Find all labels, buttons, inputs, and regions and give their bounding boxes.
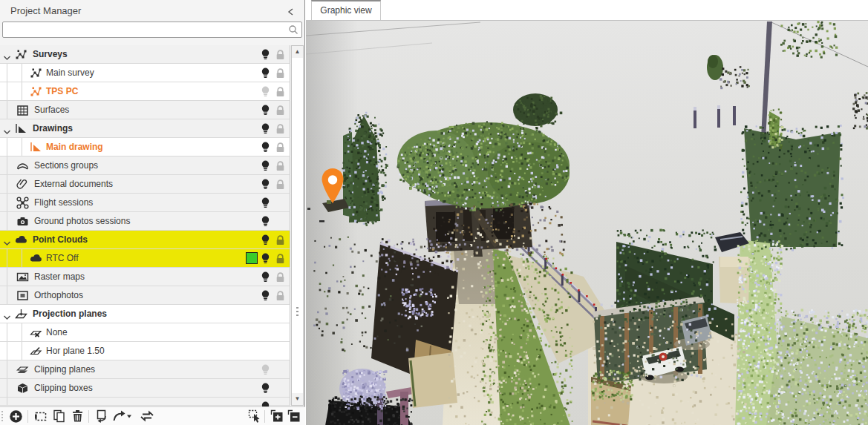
pick-selection-button[interactable]: [248, 409, 262, 425]
visibility-bulb-icon[interactable]: [261, 105, 270, 119]
tree-item-label: External documents: [34, 179, 113, 189]
plane-pencil-icon: [30, 345, 42, 360]
refresh-loop-icon: [140, 412, 154, 425]
paperclip-icon: [16, 178, 29, 194]
tree-item-label: Raster maps: [34, 271, 85, 282]
tree-row-ground-photos-sessions[interactable]: Ground photos sessions: [0, 212, 290, 231]
expand-chevron-icon[interactable]: [3, 51, 11, 65]
tree-row-main-survey[interactable]: Main survey: [0, 64, 290, 82]
visibility-bulb-icon[interactable]: [261, 364, 270, 378]
expand-chevron-icon[interactable]: [3, 125, 11, 139]
search-input[interactable]: [6, 23, 287, 38]
visibility-bulb-icon[interactable]: [261, 160, 270, 174]
color-swatch[interactable]: [246, 252, 258, 264]
collapse-all-button[interactable]: [287, 409, 301, 425]
lock-icon[interactable]: [275, 272, 285, 286]
tree-item-label: None: [46, 327, 68, 337]
visibility-bulb-icon[interactable]: [261, 253, 270, 267]
tree-toolbar: [0, 406, 305, 425]
expand-chevron-icon[interactable]: [3, 237, 11, 250]
lock-icon[interactable]: [275, 50, 285, 63]
project-manager-panel: Project Manager SurveysMain surveyTPS PC…: [0, 0, 305, 425]
lock-icon[interactable]: [275, 179, 285, 193]
tree-row-point-clouds[interactable]: Point Clouds: [0, 231, 290, 249]
lock-icon[interactable]: [275, 105, 285, 119]
expand-chevron-icon[interactable]: [3, 311, 11, 324]
lock-icon[interactable]: [275, 254, 285, 267]
copy-button[interactable]: [53, 409, 66, 425]
visibility-bulb-icon[interactable]: [261, 234, 270, 248]
delete-button[interactable]: [71, 409, 84, 425]
lock-icon[interactable]: [275, 235, 285, 248]
visibility-bulb-icon[interactable]: [261, 197, 270, 211]
tree-row-clipping-planes[interactable]: Clipping planes: [0, 360, 290, 379]
add-circle-icon: [9, 413, 23, 425]
tree-row-drawings[interactable]: Drawings: [0, 119, 290, 138]
replace-button[interactable]: [94, 409, 108, 425]
panel-header: Project Manager: [0, 0, 304, 20]
visibility-bulb-icon[interactable]: [261, 383, 270, 397]
move-button[interactable]: [112, 409, 132, 425]
lock-icon[interactable]: [275, 161, 285, 174]
tree-row-tps-pc[interactable]: TPS PC: [0, 82, 290, 101]
toolbar-drag-handle[interactable]: [1, 411, 3, 422]
tree-row-none[interactable]: None: [0, 323, 290, 342]
visibility-bulb-icon[interactable]: [261, 49, 270, 63]
lock-icon[interactable]: [275, 142, 285, 156]
refresh-button[interactable]: [140, 409, 154, 425]
chevron-left-icon[interactable]: [287, 6, 296, 15]
tree-row-flight-sessions[interactable]: Flight sessions: [0, 194, 290, 212]
visibility-bulb-icon[interactable]: [261, 216, 270, 230]
tree-row-partial[interactable]: [0, 398, 290, 406]
tree-item-label: Clipping boxes: [34, 383, 93, 393]
setsquare-icon: [30, 141, 42, 157]
pick-cursor-icon: [248, 413, 262, 425]
tree-row-orthophotos[interactable]: Orthophotos: [0, 286, 290, 305]
tree-item-label: Main survey: [46, 67, 94, 78]
scroll-up-icon[interactable]: ▲: [292, 46, 303, 58]
tree-row-raster-maps[interactable]: Raster maps: [0, 268, 290, 286]
tab-graphic-view[interactable]: Graphic view: [311, 0, 381, 20]
add-button[interactable]: [9, 409, 23, 425]
tree-row-surveys[interactable]: Surveys: [0, 45, 290, 64]
graphic-view-3d-scene[interactable]: [306, 20, 868, 425]
tree-item-label: Surfaces: [34, 105, 69, 115]
scrollbar-thumb[interactable]: [296, 307, 298, 317]
marquee-select-button[interactable]: [34, 409, 48, 425]
tree-row-rtc-off[interactable]: RTC Off: [0, 249, 290, 268]
point-cloud-render[interactable]: [306, 21, 868, 425]
visibility-bulb-icon[interactable]: [261, 86, 270, 100]
tree-row-main-drawing[interactable]: Main drawing: [0, 138, 290, 157]
lock-icon[interactable]: [275, 68, 285, 82]
visibility-bulb-icon[interactable]: [261, 142, 270, 156]
lock-icon[interactable]: [275, 124, 285, 137]
tree-item-label: Surveys: [33, 49, 68, 59]
tree-scrollbar[interactable]: ▲ ▼: [291, 45, 304, 406]
sections-icon: [16, 159, 29, 175]
visibility-bulb-icon[interactable]: [261, 271, 270, 286]
tree-row-hor-plane-150[interactable]: Hor plane 1.50: [0, 342, 290, 360]
tree-item-label: Hor plane 1.50: [46, 346, 105, 356]
trash-icon: [71, 412, 84, 425]
visibility-bulb-icon[interactable]: [261, 290, 270, 304]
tree-item-label: Main drawing: [46, 142, 103, 152]
visibility-bulb-icon[interactable]: [261, 179, 270, 193]
drone-icon: [16, 197, 29, 212]
visibility-bulb-icon[interactable]: [261, 123, 270, 137]
tree-row-clipping-boxes[interactable]: Clipping boxes: [0, 379, 290, 398]
tree-row-external-documents[interactable]: External documents: [0, 175, 290, 194]
lock-icon[interactable]: [275, 87, 285, 100]
lock-icon[interactable]: [275, 291, 285, 304]
panel-title: Project Manager: [10, 5, 81, 16]
expand-all-button[interactable]: [270, 409, 284, 425]
project-tree: SurveysMain surveyTPS PCSurfacesDrawings…: [0, 45, 291, 406]
scroll-down-icon[interactable]: ▼: [292, 393, 303, 405]
cloud-icon: [15, 234, 27, 249]
tree-row-sections-groups[interactable]: Sections groups: [0, 157, 290, 175]
tree-row-projection-planes[interactable]: Projection planes: [0, 305, 290, 323]
tree-row-surfaces[interactable]: Surfaces: [0, 101, 290, 119]
survey-network-icon: [30, 67, 42, 82]
visibility-bulb-icon[interactable]: [261, 67, 270, 82]
tree-item-label: TPS PC: [46, 86, 78, 96]
camera-icon: [16, 215, 29, 231]
